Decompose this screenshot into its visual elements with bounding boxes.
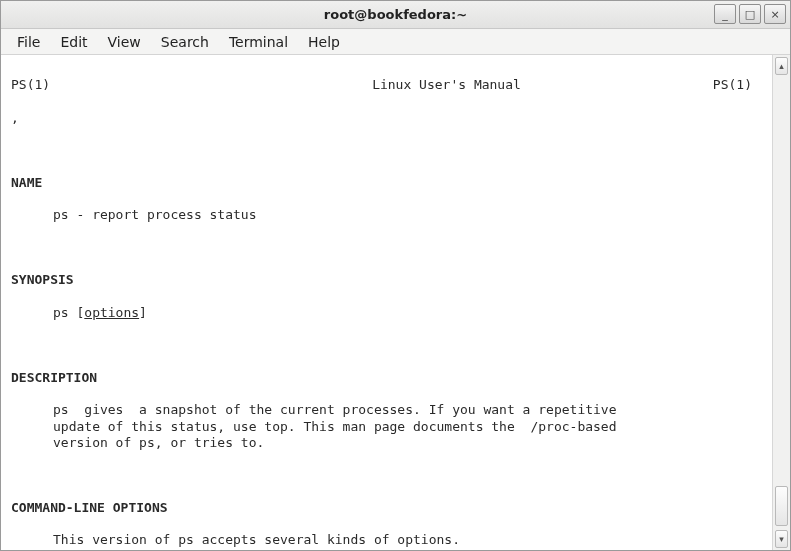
close-icon: × xyxy=(770,8,779,21)
terminal-output[interactable]: PS(1)Linux User's ManualPS(1) , NAME ps … xyxy=(1,55,772,550)
maximize-button[interactable]: □ xyxy=(739,4,761,24)
menu-search[interactable]: Search xyxy=(151,31,219,53)
titlebar: root@bookfedora:~ _ □ × xyxy=(1,1,790,29)
man-header-left: PS(1) xyxy=(11,77,211,93)
section-description: DESCRIPTION xyxy=(11,370,762,386)
window-controls: _ □ × xyxy=(714,4,786,24)
cmd-line-1: This version of ps accepts several kinds… xyxy=(11,532,762,548)
synopsis-ps: ps [ xyxy=(53,305,84,320)
scroll-thumb[interactable] xyxy=(775,486,788,526)
man-stray-comma: , xyxy=(11,110,762,126)
content-area: PS(1)Linux User's ManualPS(1) , NAME ps … xyxy=(1,55,790,550)
section-command-line-options: COMMAND-LINE OPTIONS xyxy=(11,500,762,516)
chevron-down-icon: ▾ xyxy=(779,534,784,544)
scroll-track[interactable] xyxy=(773,77,790,528)
minimize-icon: _ xyxy=(722,8,728,21)
description-text: ps gives a snapshot of the current proce… xyxy=(11,402,631,451)
name-text: ps - report process status xyxy=(11,207,762,223)
menu-view[interactable]: View xyxy=(98,31,151,53)
menubar: File Edit View Search Terminal Help xyxy=(1,29,790,55)
scroll-down-button[interactable]: ▾ xyxy=(775,530,788,548)
terminal-window: root@bookfedora:~ _ □ × File Edit View S… xyxy=(0,0,791,551)
section-synopsis: SYNOPSIS xyxy=(11,272,762,288)
synopsis-text: ps [options] xyxy=(11,305,762,321)
maximize-icon: □ xyxy=(745,8,755,21)
scroll-up-button[interactable]: ▴ xyxy=(775,57,788,75)
synopsis-close: ] xyxy=(139,305,147,320)
man-header-row: PS(1)Linux User's ManualPS(1) xyxy=(11,77,762,93)
synopsis-options: options xyxy=(84,305,139,320)
vertical-scrollbar[interactable]: ▴ ▾ xyxy=(772,55,790,550)
window-title: root@bookfedora:~ xyxy=(1,7,790,22)
minimize-button[interactable]: _ xyxy=(714,4,736,24)
menu-help[interactable]: Help xyxy=(298,31,350,53)
menu-edit[interactable]: Edit xyxy=(50,31,97,53)
man-header-right: PS(1) xyxy=(682,77,762,93)
close-button[interactable]: × xyxy=(764,4,786,24)
man-header-center: Linux User's Manual xyxy=(211,77,682,93)
section-name: NAME xyxy=(11,175,762,191)
chevron-up-icon: ▴ xyxy=(779,61,784,71)
menu-file[interactable]: File xyxy=(7,31,50,53)
menu-terminal[interactable]: Terminal xyxy=(219,31,298,53)
